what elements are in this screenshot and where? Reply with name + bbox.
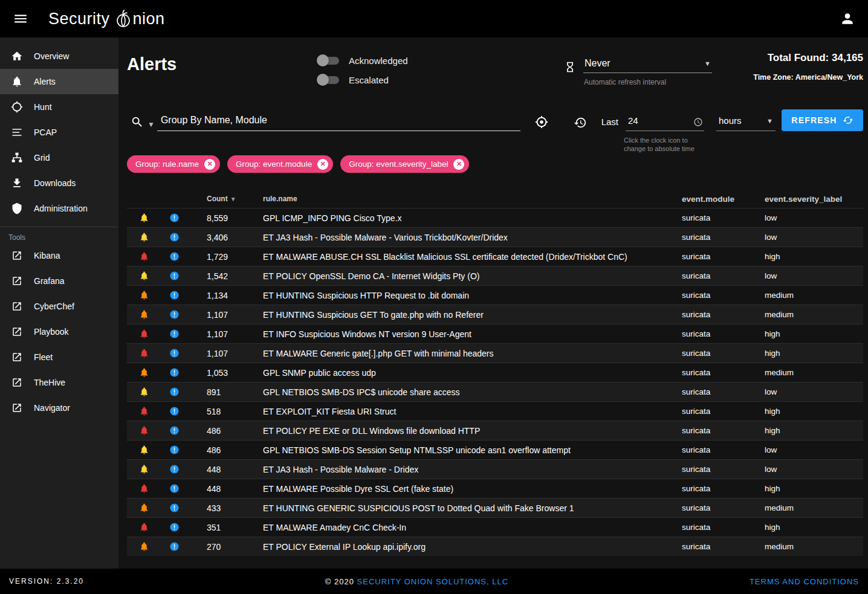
refresh-interval-select[interactable]: Never ▼ — [583, 57, 712, 73]
row-rule-name[interactable]: GPL SNMP public access udp — [248, 368, 682, 378]
row-severity[interactable]: low — [765, 213, 863, 222]
table-row[interactable]: 351 ET MALWARE Amadey CnC Check-In suric… — [127, 517, 863, 537]
sidebar-item-grafana[interactable]: Grafana — [0, 268, 118, 294]
row-severity[interactable]: medium — [765, 368, 863, 377]
column-header-rule-name[interactable]: rule.name — [248, 195, 682, 203]
row-count[interactable]: 518 — [187, 407, 248, 416]
time-range-input[interactable] — [626, 113, 686, 131]
row-module[interactable]: suricata — [682, 310, 765, 319]
row-count[interactable]: 8,559 — [187, 213, 248, 223]
row-count[interactable]: 1,542 — [187, 271, 248, 281]
info-icon[interactable] — [169, 425, 180, 436]
table-row[interactable]: 1,107 ET HUNTING Suspicious GET To gate.… — [127, 305, 863, 324]
query-type-caret-icon[interactable]: ▼ — [147, 120, 155, 129]
row-count[interactable]: 1,107 — [187, 329, 248, 339]
chip-close-icon[interactable]: ✕ — [204, 159, 215, 170]
sidebar-item-grid[interactable]: Grid — [0, 145, 118, 170]
row-module[interactable]: suricata — [682, 252, 765, 261]
row-module[interactable]: suricata — [682, 445, 765, 454]
chip-close-icon[interactable]: ✕ — [317, 159, 328, 170]
row-rule-name[interactable]: ET MALWARE Possible Dyre SSL Cert (fake … — [248, 484, 682, 494]
row-rule-name[interactable]: ET POLICY External IP Lookup api.ipify.o… — [248, 542, 682, 552]
info-icon[interactable] — [169, 445, 180, 455]
row-module[interactable]: suricata — [682, 233, 765, 242]
row-severity[interactable]: high — [765, 349, 863, 358]
info-icon[interactable] — [169, 387, 180, 397]
row-module[interactable]: suricata — [682, 213, 765, 222]
info-icon[interactable] — [169, 309, 180, 320]
table-row[interactable]: 448 ET MALWARE Possible Dyre SSL Cert (f… — [127, 479, 863, 498]
row-severity[interactable]: low — [765, 387, 863, 396]
row-rule-name[interactable]: GPL NETBIOS SMB-DS Session Setup NTMLSSP… — [248, 445, 682, 455]
row-severity[interactable]: high — [765, 329, 863, 338]
row-count[interactable]: 1,107 — [187, 310, 248, 320]
severity-bell-icon[interactable] — [139, 329, 149, 339]
table-row[interactable]: 1,542 ET POLICY OpenSSL Demo CA - Intern… — [127, 266, 863, 285]
row-module[interactable]: suricata — [682, 426, 765, 435]
info-icon[interactable] — [169, 541, 180, 552]
severity-bell-icon[interactable] — [139, 406, 149, 416]
row-count[interactable]: 1,134 — [187, 291, 248, 300]
row-rule-name[interactable]: GPL ICMP_INFO PING Cisco Type.x — [248, 213, 682, 223]
info-icon[interactable] — [169, 213, 180, 223]
table-row[interactable]: 486 GPL NETBIOS SMB-DS Session Setup NTM… — [127, 440, 863, 459]
severity-bell-icon[interactable] — [139, 464, 149, 474]
info-icon[interactable] — [169, 290, 180, 300]
row-count[interactable]: 448 — [187, 484, 248, 494]
info-icon[interactable] — [169, 251, 180, 262]
company-link[interactable]: SECURITY ONION SOLUTIONS, LLC — [357, 577, 509, 586]
crosshairs-gps-icon[interactable] — [535, 115, 548, 129]
row-count[interactable]: 351 — [187, 523, 248, 532]
row-rule-name[interactable]: ET POLICY OpenSSL Demo CA - Internet Wid… — [248, 271, 682, 281]
table-row[interactable]: 3,406 ET JA3 Hash - Possible Malware - V… — [127, 227, 863, 247]
row-rule-name[interactable]: GPL NETBIOS SMB-DS IPC$ unicode share ac… — [248, 387, 682, 397]
row-severity[interactable]: high — [765, 484, 863, 493]
table-row[interactable]: 1,107 ET INFO Suspicious Windows NT vers… — [127, 324, 863, 343]
row-severity[interactable]: high — [765, 426, 863, 435]
row-rule-name[interactable]: ET MALWARE Generic gate[.].php GET with … — [248, 349, 682, 358]
info-icon[interactable] — [169, 348, 180, 358]
info-icon[interactable] — [169, 503, 180, 513]
table-row[interactable]: 486 ET POLICY PE EXE or DLL Windows file… — [127, 421, 863, 440]
row-rule-name[interactable]: ET EXPLOIT_KIT Fiesta URI Struct — [248, 407, 682, 416]
row-module[interactable]: suricata — [682, 523, 765, 532]
row-rule-name[interactable]: ET POLICY PE EXE or DLL Windows file dow… — [248, 426, 682, 436]
row-module[interactable]: suricata — [682, 503, 765, 512]
sidebar-item-cyberchef[interactable]: CyberChef — [0, 294, 118, 319]
row-count[interactable]: 486 — [187, 426, 248, 436]
row-module[interactable]: suricata — [682, 387, 765, 396]
severity-bell-icon[interactable] — [139, 541, 149, 552]
info-icon[interactable] — [169, 522, 180, 532]
table-row[interactable]: 8,559 GPL ICMP_INFO PING Cisco Type.x su… — [127, 208, 863, 227]
row-rule-name[interactable]: ET HUNTING Suspicious HTTP Request to .b… — [248, 291, 682, 300]
row-count[interactable]: 1,729 — [187, 252, 248, 262]
sidebar-item-playbook[interactable]: Playbook — [0, 319, 118, 344]
column-header-severity[interactable]: event.severity_label — [765, 195, 863, 204]
time-unit-select[interactable]: hours ▼ — [716, 113, 776, 131]
row-rule-name[interactable]: ET MALWARE ABUSE.CH SSL Blacklist Malici… — [248, 252, 682, 262]
row-module[interactable]: suricata — [682, 484, 765, 493]
row-severity[interactable]: low — [765, 465, 863, 474]
row-count[interactable]: 448 — [187, 465, 248, 474]
severity-bell-icon[interactable] — [139, 503, 149, 513]
refresh-button[interactable]: REFRESH — [782, 109, 863, 131]
escalated-toggle[interactable] — [319, 76, 339, 84]
column-header-count[interactable]: Count ▼ — [187, 195, 248, 203]
severity-bell-icon[interactable] — [139, 425, 149, 436]
severity-bell-icon[interactable] — [139, 445, 149, 455]
row-rule-name[interactable]: ET JA3 Hash - Possible Malware - Various… — [248, 233, 682, 242]
info-icon[interactable] — [169, 483, 180, 494]
info-icon[interactable] — [169, 464, 180, 474]
row-count[interactable]: 433 — [187, 503, 248, 513]
search-input[interactable] — [157, 112, 520, 131]
row-severity[interactable]: medium — [765, 503, 863, 512]
row-severity[interactable]: low — [765, 445, 863, 454]
info-icon[interactable] — [169, 406, 180, 416]
row-module[interactable]: suricata — [682, 329, 765, 338]
row-severity[interactable]: medium — [765, 542, 863, 551]
severity-bell-icon[interactable] — [139, 290, 149, 300]
row-module[interactable]: suricata — [682, 291, 765, 300]
table-row[interactable]: 1,729 ET MALWARE ABUSE.CH SSL Blacklist … — [127, 247, 863, 266]
severity-bell-icon[interactable] — [139, 387, 149, 397]
sidebar-item-fleet[interactable]: Fleet — [0, 344, 118, 370]
